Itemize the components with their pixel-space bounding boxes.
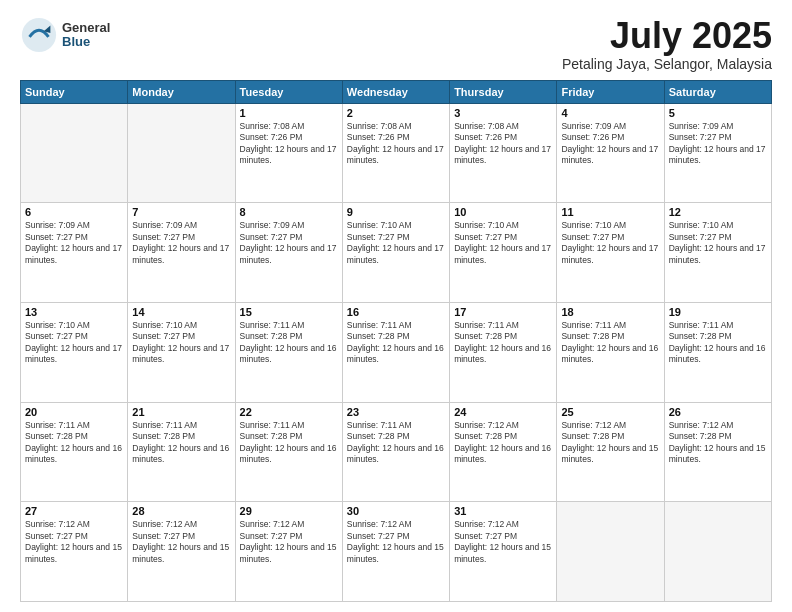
calendar-cell: 28Sunrise: 7:12 AMSunset: 7:27 PMDayligh…: [128, 502, 235, 602]
logo: General Blue: [20, 16, 110, 54]
day-info: Sunrise: 7:10 AMSunset: 7:27 PMDaylight:…: [347, 220, 445, 266]
day-info: Sunrise: 7:12 AMSunset: 7:28 PMDaylight:…: [561, 420, 659, 466]
day-number: 25: [561, 406, 659, 418]
calendar-cell: 21Sunrise: 7:11 AMSunset: 7:28 PMDayligh…: [128, 402, 235, 502]
calendar-cell: 20Sunrise: 7:11 AMSunset: 7:28 PMDayligh…: [21, 402, 128, 502]
calendar-cell: 9Sunrise: 7:10 AMSunset: 7:27 PMDaylight…: [342, 203, 449, 303]
day-info: Sunrise: 7:12 AMSunset: 7:27 PMDaylight:…: [132, 519, 230, 565]
day-number: 18: [561, 306, 659, 318]
calendar-cell: 30Sunrise: 7:12 AMSunset: 7:27 PMDayligh…: [342, 502, 449, 602]
day-number: 31: [454, 505, 552, 517]
calendar-cell: 18Sunrise: 7:11 AMSunset: 7:28 PMDayligh…: [557, 302, 664, 402]
day-number: 21: [132, 406, 230, 418]
day-number: 16: [347, 306, 445, 318]
day-number: 17: [454, 306, 552, 318]
calendar-day-header: Thursday: [450, 80, 557, 103]
day-info: Sunrise: 7:09 AMSunset: 7:27 PMDaylight:…: [240, 220, 338, 266]
calendar-cell: 14Sunrise: 7:10 AMSunset: 7:27 PMDayligh…: [128, 302, 235, 402]
day-info: Sunrise: 7:11 AMSunset: 7:28 PMDaylight:…: [132, 420, 230, 466]
day-info: Sunrise: 7:08 AMSunset: 7:26 PMDaylight:…: [240, 121, 338, 167]
day-info: Sunrise: 7:12 AMSunset: 7:28 PMDaylight:…: [454, 420, 552, 466]
calendar-cell: 8Sunrise: 7:09 AMSunset: 7:27 PMDaylight…: [235, 203, 342, 303]
day-number: 19: [669, 306, 767, 318]
day-info: Sunrise: 7:09 AMSunset: 7:26 PMDaylight:…: [561, 121, 659, 167]
calendar-cell: 3Sunrise: 7:08 AMSunset: 7:26 PMDaylight…: [450, 103, 557, 203]
day-info: Sunrise: 7:08 AMSunset: 7:26 PMDaylight:…: [454, 121, 552, 167]
calendar-cell: 4Sunrise: 7:09 AMSunset: 7:26 PMDaylight…: [557, 103, 664, 203]
day-number: 3: [454, 107, 552, 119]
day-info: Sunrise: 7:10 AMSunset: 7:27 PMDaylight:…: [454, 220, 552, 266]
calendar-cell: 10Sunrise: 7:10 AMSunset: 7:27 PMDayligh…: [450, 203, 557, 303]
day-number: 26: [669, 406, 767, 418]
calendar-cell: 24Sunrise: 7:12 AMSunset: 7:28 PMDayligh…: [450, 402, 557, 502]
day-info: Sunrise: 7:12 AMSunset: 7:27 PMDaylight:…: [240, 519, 338, 565]
day-number: 10: [454, 206, 552, 218]
calendar-cell: 5Sunrise: 7:09 AMSunset: 7:27 PMDaylight…: [664, 103, 771, 203]
calendar-cell: 17Sunrise: 7:11 AMSunset: 7:28 PMDayligh…: [450, 302, 557, 402]
day-number: 9: [347, 206, 445, 218]
logo-icon: [20, 16, 58, 54]
calendar-cell: 2Sunrise: 7:08 AMSunset: 7:26 PMDaylight…: [342, 103, 449, 203]
day-info: Sunrise: 7:10 AMSunset: 7:27 PMDaylight:…: [132, 320, 230, 366]
calendar-cell: 19Sunrise: 7:11 AMSunset: 7:28 PMDayligh…: [664, 302, 771, 402]
calendar-cell: 12Sunrise: 7:10 AMSunset: 7:27 PMDayligh…: [664, 203, 771, 303]
calendar-table: SundayMondayTuesdayWednesdayThursdayFrid…: [20, 80, 772, 602]
calendar-week-row: 27Sunrise: 7:12 AMSunset: 7:27 PMDayligh…: [21, 502, 772, 602]
day-info: Sunrise: 7:12 AMSunset: 7:27 PMDaylight:…: [347, 519, 445, 565]
day-number: 5: [669, 107, 767, 119]
calendar-cell: [128, 103, 235, 203]
calendar-week-row: 13Sunrise: 7:10 AMSunset: 7:27 PMDayligh…: [21, 302, 772, 402]
day-info: Sunrise: 7:09 AMSunset: 7:27 PMDaylight:…: [25, 220, 123, 266]
calendar-day-header: Saturday: [664, 80, 771, 103]
calendar-day-header: Friday: [557, 80, 664, 103]
day-number: 1: [240, 107, 338, 119]
day-info: Sunrise: 7:12 AMSunset: 7:27 PMDaylight:…: [454, 519, 552, 565]
calendar-cell: 6Sunrise: 7:09 AMSunset: 7:27 PMDaylight…: [21, 203, 128, 303]
calendar-cell: 13Sunrise: 7:10 AMSunset: 7:27 PMDayligh…: [21, 302, 128, 402]
day-number: 28: [132, 505, 230, 517]
day-number: 11: [561, 206, 659, 218]
day-number: 24: [454, 406, 552, 418]
day-info: Sunrise: 7:11 AMSunset: 7:28 PMDaylight:…: [561, 320, 659, 366]
location: Petaling Jaya, Selangor, Malaysia: [562, 56, 772, 72]
day-number: 30: [347, 505, 445, 517]
day-info: Sunrise: 7:12 AMSunset: 7:27 PMDaylight:…: [25, 519, 123, 565]
title-block: July 2025 Petaling Jaya, Selangor, Malay…: [562, 16, 772, 72]
calendar-day-header: Monday: [128, 80, 235, 103]
month-title: July 2025: [562, 16, 772, 56]
calendar-header-row: SundayMondayTuesdayWednesdayThursdayFrid…: [21, 80, 772, 103]
day-number: 20: [25, 406, 123, 418]
day-number: 12: [669, 206, 767, 218]
day-number: 14: [132, 306, 230, 318]
calendar-cell: 26Sunrise: 7:12 AMSunset: 7:28 PMDayligh…: [664, 402, 771, 502]
day-number: 22: [240, 406, 338, 418]
calendar-cell: 1Sunrise: 7:08 AMSunset: 7:26 PMDaylight…: [235, 103, 342, 203]
calendar-cell: [557, 502, 664, 602]
day-number: 6: [25, 206, 123, 218]
day-info: Sunrise: 7:11 AMSunset: 7:28 PMDaylight:…: [347, 420, 445, 466]
day-info: Sunrise: 7:10 AMSunset: 7:27 PMDaylight:…: [25, 320, 123, 366]
day-info: Sunrise: 7:11 AMSunset: 7:28 PMDaylight:…: [454, 320, 552, 366]
day-info: Sunrise: 7:09 AMSunset: 7:27 PMDaylight:…: [132, 220, 230, 266]
calendar-day-header: Tuesday: [235, 80, 342, 103]
calendar-week-row: 6Sunrise: 7:09 AMSunset: 7:27 PMDaylight…: [21, 203, 772, 303]
calendar-day-header: Wednesday: [342, 80, 449, 103]
day-number: 4: [561, 107, 659, 119]
calendar-cell: 7Sunrise: 7:09 AMSunset: 7:27 PMDaylight…: [128, 203, 235, 303]
calendar-cell: 29Sunrise: 7:12 AMSunset: 7:27 PMDayligh…: [235, 502, 342, 602]
calendar-cell: 11Sunrise: 7:10 AMSunset: 7:27 PMDayligh…: [557, 203, 664, 303]
day-info: Sunrise: 7:09 AMSunset: 7:27 PMDaylight:…: [669, 121, 767, 167]
logo-text: General Blue: [62, 21, 110, 50]
day-info: Sunrise: 7:11 AMSunset: 7:28 PMDaylight:…: [669, 320, 767, 366]
calendar-cell: 25Sunrise: 7:12 AMSunset: 7:28 PMDayligh…: [557, 402, 664, 502]
day-info: Sunrise: 7:12 AMSunset: 7:28 PMDaylight:…: [669, 420, 767, 466]
calendar-cell: 27Sunrise: 7:12 AMSunset: 7:27 PMDayligh…: [21, 502, 128, 602]
day-number: 2: [347, 107, 445, 119]
day-number: 27: [25, 505, 123, 517]
calendar-cell: 16Sunrise: 7:11 AMSunset: 7:28 PMDayligh…: [342, 302, 449, 402]
calendar-cell: 15Sunrise: 7:11 AMSunset: 7:28 PMDayligh…: [235, 302, 342, 402]
day-info: Sunrise: 7:11 AMSunset: 7:28 PMDaylight:…: [240, 320, 338, 366]
day-number: 15: [240, 306, 338, 318]
day-info: Sunrise: 7:10 AMSunset: 7:27 PMDaylight:…: [669, 220, 767, 266]
calendar-cell: [664, 502, 771, 602]
